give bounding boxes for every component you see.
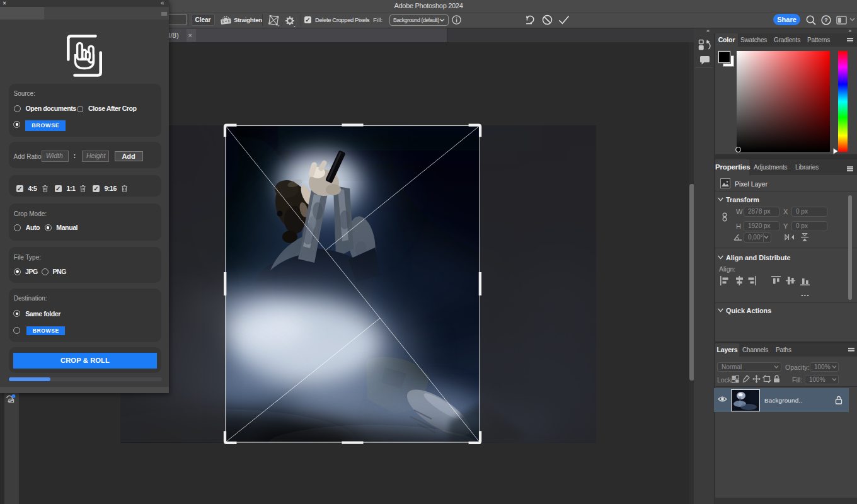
svg-text:?: ?: [824, 16, 828, 23]
